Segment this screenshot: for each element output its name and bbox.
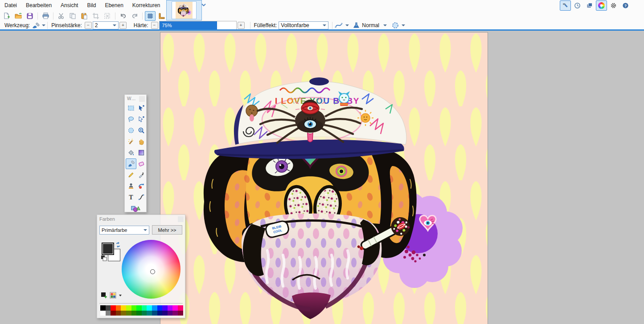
- hardness-decrease-button[interactable]: −: [151, 22, 158, 29]
- open-button[interactable]: [13, 11, 24, 21]
- tool-recolor[interactable]: [136, 181, 147, 191]
- palette-swatch[interactable]: [142, 311, 147, 316]
- layers-window-toggle[interactable]: [584, 0, 595, 11]
- settings-button[interactable]: [608, 0, 619, 11]
- canvas[interactable]: [160, 32, 488, 324]
- brush-width-decrease-button[interactable]: −: [85, 22, 92, 29]
- color-wheel-cursor[interactable]: [150, 269, 155, 274]
- primary-color-swatch[interactable]: [102, 243, 114, 255]
- palette-swatch[interactable]: [178, 305, 183, 311]
- palette-swatch[interactable]: [111, 311, 116, 316]
- menu-korrekturen[interactable]: Korrekturen: [128, 0, 165, 10]
- palette-swatch[interactable]: [178, 311, 183, 316]
- tool-shapes[interactable]: [130, 203, 141, 214]
- history-window-toggle[interactable]: [572, 0, 583, 11]
- menu-ansicht[interactable]: Ansicht: [56, 0, 82, 10]
- palette-swatch[interactable]: [152, 305, 157, 311]
- image-tab-selected[interactable]: [166, 0, 202, 20]
- save-button[interactable]: [25, 11, 35, 21]
- colors-panel-close-button[interactable]: [178, 216, 184, 222]
- palette-swatch[interactable]: [136, 305, 142, 311]
- tool-eraser[interactable]: [136, 158, 147, 169]
- tool-ellipse-select[interactable]: [126, 125, 136, 136]
- tool-pan[interactable]: [136, 136, 147, 147]
- tools-panel-close-button[interactable]: [139, 96, 145, 102]
- palette-swatch[interactable]: [136, 311, 142, 316]
- paste-button[interactable]: [79, 11, 90, 21]
- tool-magic-wand[interactable]: [126, 136, 136, 147]
- palette-swatch[interactable]: [121, 311, 126, 316]
- colors-window-toggle[interactable]: [596, 0, 607, 11]
- palette-swatch[interactable]: [147, 311, 152, 316]
- palette-swatch[interactable]: [116, 305, 121, 311]
- default-colors-icon[interactable]: [101, 255, 107, 261]
- palette-swatch[interactable]: [147, 305, 152, 311]
- hardness-increase-button[interactable]: +: [238, 22, 245, 29]
- menu-datei[interactable]: Datei: [0, 0, 21, 10]
- chevron-down-icon[interactable]: [402, 24, 405, 26]
- tool-color-picker[interactable]: [136, 170, 147, 180]
- palette-swatch[interactable]: [106, 311, 111, 316]
- tool-move-selection[interactable]: [136, 114, 147, 125]
- redo-button[interactable]: [129, 11, 140, 21]
- tool-text[interactable]: T: [126, 192, 136, 202]
- chevron-down-icon[interactable]: [345, 24, 349, 26]
- swap-colors-icon[interactable]: [115, 242, 121, 248]
- tool-pencil[interactable]: [126, 170, 136, 180]
- palette-swatch[interactable]: [157, 311, 163, 316]
- chevron-down-icon[interactable]: [119, 295, 122, 296]
- menu-bearbeiten[interactable]: Bearbeiten: [21, 0, 56, 10]
- palette-swatch[interactable]: [131, 311, 137, 316]
- brush-width-increase-button[interactable]: +: [119, 22, 127, 29]
- print-button[interactable]: [40, 11, 51, 21]
- tool-line-curve[interactable]: [136, 192, 147, 202]
- cut-button[interactable]: [56, 11, 66, 21]
- crop-button[interactable]: [90, 11, 101, 21]
- tool-zoom[interactable]: [136, 125, 147, 136]
- tools-window-toggle[interactable]: [560, 0, 571, 11]
- palette-swatch[interactable]: [142, 305, 147, 311]
- help-button[interactable]: ?: [620, 0, 631, 11]
- tool-lasso-select[interactable]: [126, 114, 136, 125]
- color-mode-dropdown[interactable]: Primärfarbe: [99, 226, 149, 235]
- chevron-down-icon[interactable]: [383, 24, 387, 26]
- palette-swatch[interactable]: [157, 305, 163, 311]
- palette-swatch[interactable]: [131, 305, 137, 311]
- palette-manager-icon[interactable]: [110, 292, 117, 299]
- palette-swatch[interactable]: [162, 311, 168, 316]
- palette-swatch[interactable]: [168, 305, 173, 311]
- tool-rectangle-select[interactable]: [126, 103, 136, 113]
- palette-swatch[interactable]: [121, 305, 126, 311]
- grid-toggle-button[interactable]: [145, 11, 156, 21]
- fill-style-combobox[interactable]: Volltonfarbe: [279, 21, 328, 29]
- new-file-button[interactable]: [1, 11, 12, 21]
- deselect-button[interactable]: [102, 11, 113, 21]
- menu-bild[interactable]: Bild: [82, 0, 100, 10]
- palette-swatch[interactable]: [106, 305, 111, 311]
- palette-swatch[interactable]: [126, 311, 131, 316]
- tool-paint-bucket[interactable]: [126, 147, 136, 158]
- menu-ebenen[interactable]: Ebenen: [100, 0, 127, 10]
- ruler-toggle-button[interactable]: [156, 11, 167, 21]
- palette-swatch[interactable]: [126, 305, 131, 311]
- chevron-down-icon[interactable]: [42, 24, 45, 26]
- image-list-chevron[interactable]: [201, 2, 207, 9]
- hardness-slider[interactable]: 75%: [159, 21, 237, 30]
- palette-swatch[interactable]: [111, 305, 116, 311]
- tool-gradient[interactable]: [136, 147, 147, 158]
- palette-swatch[interactable]: [100, 311, 106, 316]
- palette-swatch[interactable]: [162, 305, 168, 311]
- add-color-icon[interactable]: [101, 292, 107, 299]
- palette-swatch[interactable]: [152, 311, 157, 316]
- palette-swatch[interactable]: [172, 305, 178, 311]
- copy-button[interactable]: [67, 11, 78, 21]
- tool-move-pixels[interactable]: [136, 103, 147, 113]
- more-button[interactable]: Mehr >>: [152, 225, 182, 235]
- palette-swatch[interactable]: [168, 311, 173, 316]
- tool-paintbrush[interactable]: [126, 158, 136, 169]
- brush-width-combobox[interactable]: 2: [93, 21, 119, 29]
- palette-swatch[interactable]: [100, 305, 106, 311]
- tool-clone-stamp[interactable]: [126, 181, 136, 191]
- palette-swatch[interactable]: [172, 311, 178, 316]
- palette-swatch[interactable]: [116, 311, 121, 316]
